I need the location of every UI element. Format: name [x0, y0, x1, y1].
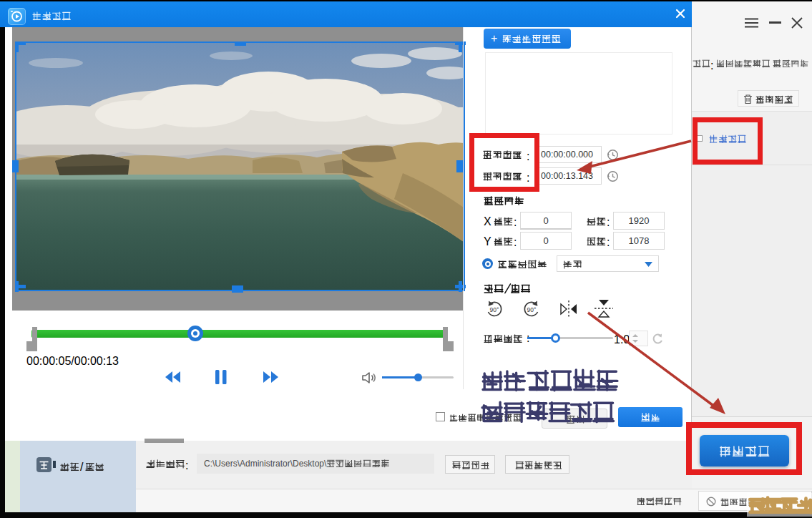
svg-text:90°: 90° — [490, 306, 499, 313]
svg-text:90°: 90° — [527, 306, 537, 313]
